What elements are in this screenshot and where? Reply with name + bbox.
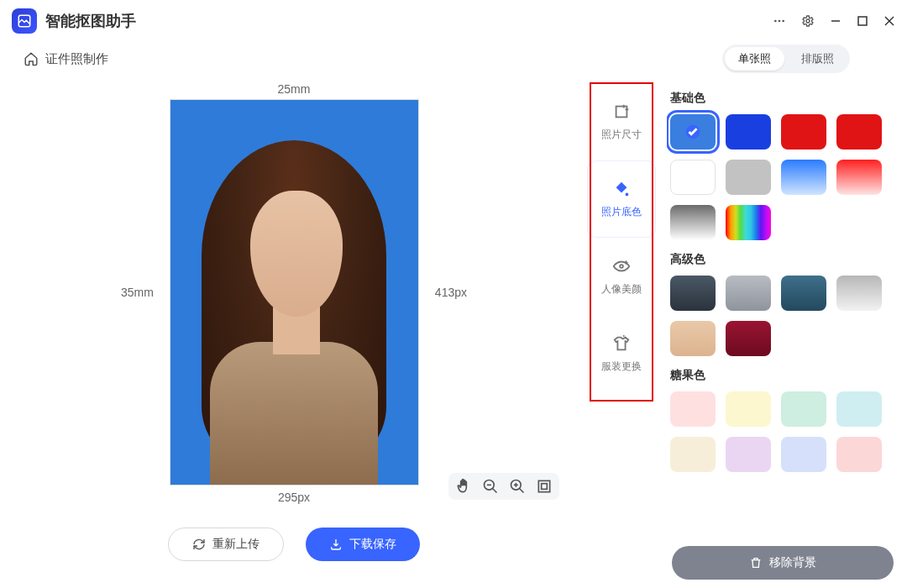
refresh-icon bbox=[192, 538, 206, 551]
svg-point-20 bbox=[620, 265, 623, 268]
more-icon[interactable] bbox=[773, 14, 786, 28]
tool-tabs: 照片尺寸 照片底色 人像美颜 服装更换 bbox=[588, 76, 655, 588]
candy-swatch-5[interactable] bbox=[726, 437, 771, 472]
crop-icon bbox=[612, 102, 631, 121]
basic-swatch-6[interactable] bbox=[781, 160, 826, 195]
tooltab-dress[interactable]: 服装更换 bbox=[588, 316, 655, 391]
advanced-swatch-5[interactable] bbox=[726, 321, 771, 356]
section-candy-title: 糖果色 bbox=[670, 368, 895, 383]
basic-swatch-3[interactable] bbox=[836, 114, 882, 150]
basic-swatch-0[interactable] bbox=[670, 114, 716, 150]
section-advanced-title: 高级色 bbox=[670, 252, 895, 267]
svg-point-2 bbox=[779, 20, 779, 21]
remove-bg-label: 移除背景 bbox=[769, 555, 816, 570]
advanced-swatch-0[interactable] bbox=[670, 276, 716, 311]
basic-swatch-2[interactable] bbox=[781, 114, 826, 150]
photo-frame bbox=[170, 99, 419, 486]
fit-icon[interactable] bbox=[536, 478, 553, 495]
breadcrumb-label: 证件照制作 bbox=[45, 51, 108, 67]
reupload-button[interactable]: 重新上传 bbox=[168, 528, 284, 561]
basic-swatch-7[interactable] bbox=[836, 160, 882, 195]
svg-rect-16 bbox=[538, 480, 549, 491]
trash-icon bbox=[749, 556, 763, 570]
view-toggle: 单张照 排版照 bbox=[722, 45, 850, 73]
reupload-label: 重新上传 bbox=[212, 537, 260, 552]
remove-bg-button[interactable]: 移除背景 bbox=[672, 546, 894, 580]
dimension-left: 35mm bbox=[121, 286, 154, 299]
tooltab-dress-label: 服装更换 bbox=[601, 360, 642, 374]
basic-swatch-4[interactable] bbox=[670, 160, 716, 195]
hand-icon[interactable] bbox=[455, 478, 472, 495]
eye-sparkle-icon bbox=[612, 257, 631, 276]
svg-rect-18 bbox=[616, 106, 627, 117]
zoom-out-icon[interactable] bbox=[482, 478, 499, 495]
home-icon bbox=[24, 51, 39, 66]
candy-swatch-7[interactable] bbox=[836, 437, 882, 472]
download-button[interactable]: 下载保存 bbox=[306, 528, 420, 561]
download-label: 下载保存 bbox=[349, 537, 396, 552]
svg-line-13 bbox=[520, 489, 524, 493]
basic-swatch-5[interactable] bbox=[726, 160, 771, 195]
tab-layout[interactable]: 排版照 bbox=[788, 47, 847, 71]
app-title: 智能抠图助手 bbox=[45, 11, 136, 31]
svg-point-3 bbox=[783, 20, 784, 21]
advanced-swatch-3[interactable] bbox=[836, 276, 882, 311]
dimension-top: 25mm bbox=[20, 82, 568, 96]
tooltab-size-label: 照片尺寸 bbox=[601, 128, 642, 142]
tooltab-size[interactable]: 照片尺寸 bbox=[588, 84, 655, 160]
canvas-toolbar bbox=[448, 473, 559, 500]
basic-swatch-9[interactable] bbox=[726, 205, 771, 240]
color-panel: 基础色 高级色 糖果色 移除背景 bbox=[655, 76, 907, 588]
svg-point-21 bbox=[686, 125, 700, 139]
breadcrumb[interactable]: 证件照制作 bbox=[24, 51, 108, 67]
minimize-icon[interactable] bbox=[830, 15, 841, 27]
close-icon[interactable] bbox=[883, 15, 895, 27]
candy-swatch-4[interactable] bbox=[670, 437, 716, 472]
paint-icon bbox=[612, 180, 631, 198]
photo-preview[interactable] bbox=[170, 100, 418, 485]
app-logo bbox=[12, 8, 37, 34]
svg-rect-17 bbox=[542, 484, 548, 490]
candy-swatch-3[interactable] bbox=[836, 391, 882, 427]
advanced-swatch-1[interactable] bbox=[726, 276, 771, 311]
section-basic-title: 基础色 bbox=[670, 91, 895, 106]
svg-point-19 bbox=[626, 192, 629, 196]
tooltab-beauty[interactable]: 人像美颜 bbox=[588, 239, 655, 314]
svg-point-1 bbox=[775, 20, 776, 21]
gear-icon[interactable] bbox=[801, 14, 815, 28]
zoom-in-icon[interactable] bbox=[509, 478, 526, 495]
candy-swatch-6[interactable] bbox=[781, 437, 826, 472]
advanced-swatch-2[interactable] bbox=[781, 276, 826, 311]
tooltab-bgcolor[interactable]: 照片底色 bbox=[588, 161, 655, 237]
svg-line-10 bbox=[493, 489, 497, 493]
tooltab-beauty-label: 人像美颜 bbox=[601, 282, 642, 297]
svg-rect-6 bbox=[858, 17, 867, 25]
tshirt-icon bbox=[612, 334, 631, 353]
download-icon bbox=[329, 538, 343, 551]
advanced-swatch-4[interactable] bbox=[670, 321, 716, 356]
basic-swatch-8[interactable] bbox=[670, 205, 716, 240]
svg-point-4 bbox=[806, 19, 810, 23]
maximize-icon[interactable] bbox=[857, 15, 868, 27]
basic-swatch-1[interactable] bbox=[726, 114, 771, 150]
candy-swatch-1[interactable] bbox=[726, 391, 771, 427]
dimension-right: 413px bbox=[435, 286, 467, 299]
tooltab-bgcolor-label: 照片底色 bbox=[601, 205, 642, 219]
candy-swatch-2[interactable] bbox=[781, 391, 826, 427]
tab-single[interactable]: 单张照 bbox=[725, 47, 784, 71]
candy-swatch-0[interactable] bbox=[670, 391, 716, 427]
person-silhouette bbox=[185, 123, 403, 485]
